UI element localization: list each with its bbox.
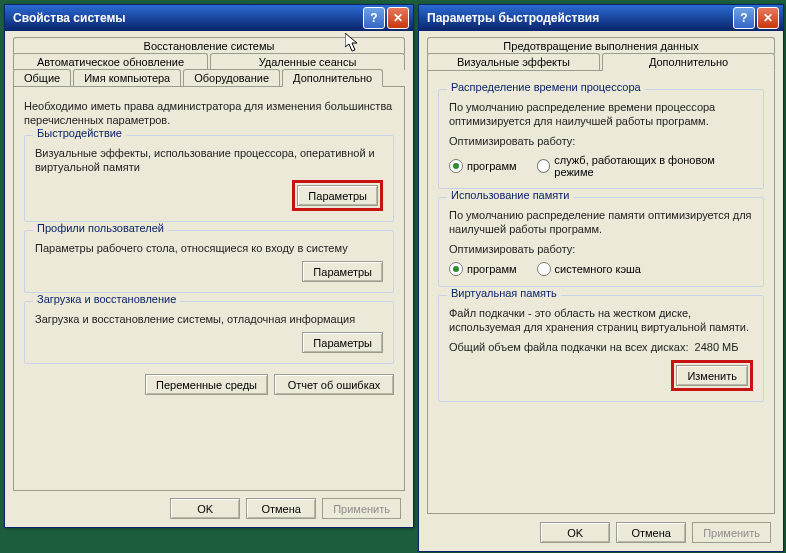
- user-profiles-group: Профили пользователей Параметры рабочего…: [24, 230, 394, 293]
- environment-variables-button[interactable]: Переменные среды: [145, 374, 268, 395]
- group-title: Быстродействие: [33, 127, 126, 139]
- group-title: Загрузка и восстановление: [33, 293, 180, 305]
- apply-button[interactable]: Применить: [692, 522, 771, 543]
- tabs-container: Предотвращение выполнения данных Визуаль…: [427, 37, 775, 514]
- highlight: Параметры: [292, 180, 383, 211]
- admin-note: Необходимо иметь права администратора дл…: [24, 99, 394, 127]
- cancel-button[interactable]: Отмена: [616, 522, 686, 543]
- group-title: Профили пользователей: [33, 222, 168, 234]
- ok-button[interactable]: OK: [170, 498, 240, 519]
- titlebar: Свойства системы ? ✕: [5, 5, 413, 31]
- tab-remote[interactable]: Удаленные сеансы: [210, 53, 405, 70]
- tab-advanced[interactable]: Дополнительно: [282, 69, 383, 87]
- cancel-button[interactable]: Отмена: [246, 498, 316, 519]
- mem-optimize-label: Оптимизировать работу:: [449, 242, 753, 256]
- mem-text: По умолчанию распределение памяти оптими…: [449, 208, 753, 236]
- tabs-container: Восстановление системы Автоматическое об…: [13, 37, 405, 491]
- apply-button[interactable]: Применить: [322, 498, 401, 519]
- user-profiles-settings-button[interactable]: Параметры: [302, 261, 383, 282]
- window-title: Параметры быстродействия: [427, 11, 599, 25]
- radio-background-services[interactable]: служб, работающих в фоновом режиме: [537, 154, 753, 178]
- radio-icon: [537, 159, 551, 173]
- memory-usage-group: Использование памяти По умолчанию распре…: [438, 197, 764, 287]
- vm-text: Файл подкачки - это область на жестком д…: [449, 306, 753, 334]
- startup-settings-button[interactable]: Параметры: [302, 332, 383, 353]
- radio-label: служб, работающих в фоновом режиме: [554, 154, 753, 178]
- group-title: Использование памяти: [447, 189, 573, 201]
- vm-total: Общий объем файла подкачки на всех диска…: [449, 340, 753, 354]
- tab-advanced[interactable]: Дополнительно: [602, 53, 775, 71]
- titlebar: Параметры быстродействия ? ✕: [419, 5, 783, 31]
- radio-label: программ: [467, 160, 517, 172]
- close-button[interactable]: ✕: [387, 7, 409, 29]
- startup-recovery-group: Загрузка и восстановление Загрузка и вос…: [24, 301, 394, 364]
- change-virtual-memory-button[interactable]: Изменить: [676, 365, 748, 386]
- radio-icon: [537, 262, 551, 276]
- radio-label: программ: [467, 263, 517, 275]
- virtual-memory-group: Виртуальная память Файл подкачки - это о…: [438, 295, 764, 402]
- close-button[interactable]: ✕: [757, 7, 779, 29]
- tab-computer-name[interactable]: Имя компьютера: [73, 69, 181, 87]
- processor-scheduling-group: Распределение времени процессора По умол…: [438, 89, 764, 189]
- window-title: Свойства системы: [13, 11, 126, 25]
- ok-button[interactable]: OK: [540, 522, 610, 543]
- tab-dep[interactable]: Предотвращение выполнения данных: [427, 37, 775, 54]
- profiles-text: Параметры рабочего стола, относящиеся ко…: [35, 241, 383, 255]
- cpu-text: По умолчанию распределение времени проце…: [449, 100, 753, 128]
- help-button[interactable]: ?: [733, 7, 755, 29]
- highlight: Изменить: [671, 360, 753, 391]
- radio-programs[interactable]: программ: [449, 262, 517, 276]
- tab-auto-updates[interactable]: Автоматическое обновление: [13, 53, 208, 70]
- startup-text: Загрузка и восстановление системы, отлад…: [35, 312, 383, 326]
- performance-group: Быстродействие Визуальные эффекты, испол…: [24, 135, 394, 222]
- radio-system-cache[interactable]: системного кэша: [537, 262, 641, 276]
- help-button[interactable]: ?: [363, 7, 385, 29]
- group-title: Распределение времени процессора: [447, 81, 645, 93]
- tab-hardware[interactable]: Оборудование: [183, 69, 280, 87]
- performance-options-window: Параметры быстродействия ? ✕ Предотвраще…: [418, 4, 784, 552]
- cpu-optimize-label: Оптимизировать работу:: [449, 134, 753, 148]
- tab-general[interactable]: Общие: [13, 69, 71, 87]
- radio-icon: [449, 262, 463, 276]
- system-properties-window: Свойства системы ? ✕ Восстановление сист…: [4, 4, 414, 528]
- radio-label: системного кэша: [555, 263, 641, 275]
- error-reporting-button[interactable]: Отчет об ошибках: [274, 374, 394, 395]
- radio-programs[interactable]: программ: [449, 159, 517, 173]
- performance-settings-button[interactable]: Параметры: [297, 185, 378, 206]
- group-title: Виртуальная память: [447, 287, 561, 299]
- perf-text: Визуальные эффекты, использование процес…: [35, 146, 383, 174]
- tab-visual-effects[interactable]: Визуальные эффекты: [427, 53, 600, 71]
- radio-icon: [449, 159, 463, 173]
- tab-system-restore[interactable]: Восстановление системы: [13, 37, 405, 54]
